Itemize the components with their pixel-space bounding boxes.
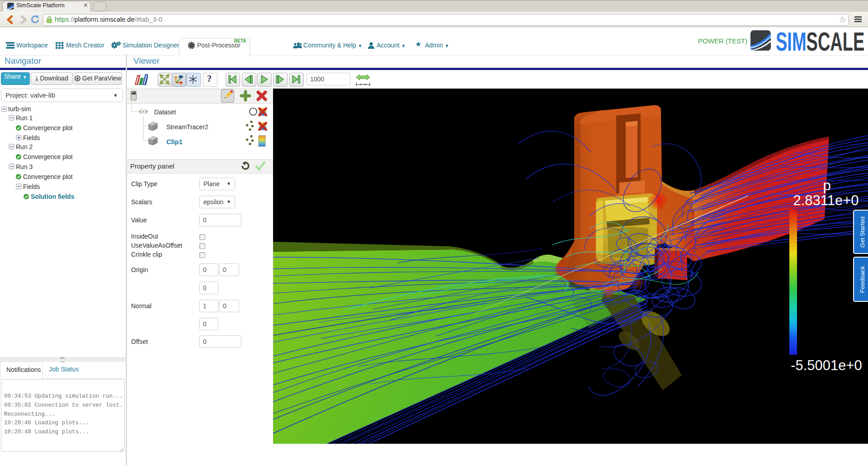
svg-text:p: p bbox=[823, 178, 830, 193]
svg-text:2.8311e+0: 2.8311e+0 bbox=[793, 193, 859, 208]
svg-text:-5.5001e+0: -5.5001e+0 bbox=[791, 357, 862, 373]
